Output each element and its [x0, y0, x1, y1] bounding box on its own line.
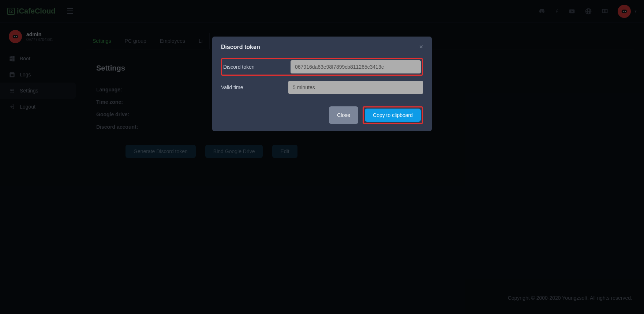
- token-input[interactable]: [291, 60, 421, 73]
- modal-title: Discord token: [221, 44, 260, 50]
- discord-token-modal: Discord token × Discord token Valid time…: [212, 37, 432, 131]
- valid-input[interactable]: [288, 81, 423, 94]
- valid-label: Valid time: [221, 84, 288, 90]
- close-button[interactable]: Close: [329, 106, 358, 124]
- modal-header: Discord token ×: [212, 37, 432, 56]
- copy-to-clipboard-button[interactable]: Copy to clipboard: [365, 109, 421, 122]
- close-icon[interactable]: ×: [419, 43, 423, 51]
- token-label: Discord token: [223, 64, 291, 70]
- copy-highlight: Copy to clipboard: [363, 106, 423, 124]
- modal-footer: Close Copy to clipboard: [212, 103, 432, 131]
- modal-body: Discord token Valid time: [212, 56, 432, 103]
- modal-row-valid: Valid time: [221, 81, 423, 94]
- modal-row-token: Discord token: [223, 60, 421, 73]
- token-highlight: Discord token: [221, 58, 423, 76]
- modal-backdrop: Discord token × Discord token Valid time…: [0, 0, 644, 314]
